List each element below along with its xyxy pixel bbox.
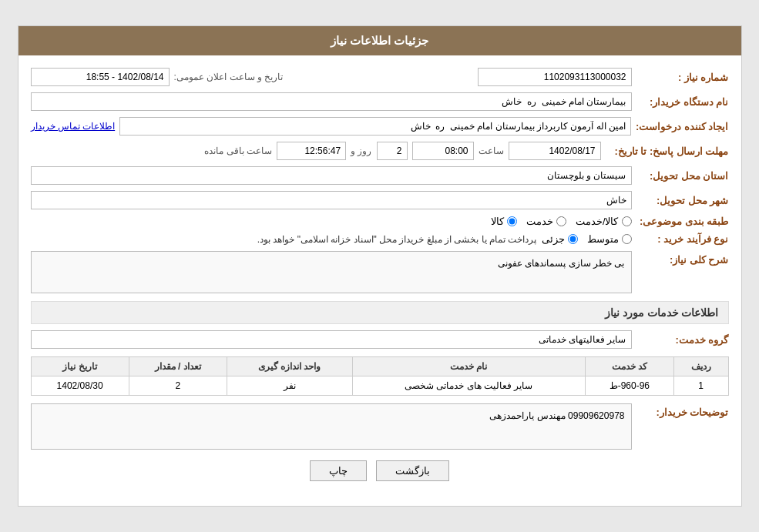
radio-partial[interactable]: جزئی bbox=[542, 233, 578, 245]
buyer-desc-value: 09909620978 مهندس یاراحمدزهی bbox=[489, 410, 624, 421]
table-row: 1960-96-طسایر فعالیت های خدماتی شخصینفر2… bbox=[31, 376, 728, 396]
footer-buttons: بازگشت چاپ bbox=[31, 460, 729, 494]
city-input bbox=[31, 191, 632, 209]
need-desc-label: شرح کلی نیاز: bbox=[636, 251, 729, 266]
row-need-number: شماره نیاز : تاریخ و ساعت اعلان عمومی: bbox=[31, 68, 729, 86]
row-creator: ایجاد کننده درخواست: اطلاعات تماس خریدار bbox=[31, 117, 729, 136]
process-description: پرداخت تمام یا بخشی از مبلغ خریداز محل "… bbox=[31, 234, 537, 245]
creator-label: ایجاد کننده درخواست: bbox=[636, 121, 729, 132]
radio-goods[interactable]: کالا bbox=[491, 216, 517, 227]
table-cell-quantity: 2 bbox=[129, 376, 227, 396]
services-section-header: اطلاعات خدمات مورد نیاز bbox=[31, 301, 729, 324]
creator-input bbox=[119, 117, 631, 136]
col-measure: واحد اندازه گیری bbox=[227, 357, 352, 376]
row-province: استان محل تحویل: bbox=[31, 166, 729, 185]
radio-goods-service-label: کالا/خدمت bbox=[576, 216, 619, 227]
need-number-input bbox=[478, 68, 632, 86]
city-label: شهر محل تحویل: bbox=[636, 195, 729, 206]
services-table: ردیف کد خدمت نام خدمت واحد اندازه گیری ت… bbox=[31, 356, 729, 396]
print-button[interactable]: چاپ bbox=[310, 460, 367, 481]
services-section-label: اطلاعات خدمات مورد نیاز bbox=[605, 306, 719, 319]
province-label: استان محل تحویل: bbox=[636, 170, 729, 182]
table-cell-date: 1402/08/30 bbox=[31, 376, 129, 396]
send-remaining-input bbox=[277, 142, 346, 160]
radio-goods-input[interactable] bbox=[507, 216, 517, 226]
table-cell-row: 1 bbox=[673, 376, 728, 396]
radio-service[interactable]: خدمت bbox=[526, 216, 566, 227]
col-quantity: تعداد / مقدار bbox=[129, 357, 227, 376]
process-radio-group: متوسط جزئی bbox=[542, 233, 632, 245]
main-container: جزئیات اطلاعات نیاز شماره نیاز : تاریخ و… bbox=[18, 25, 742, 507]
radio-medium-label: متوسط bbox=[587, 233, 619, 245]
need-desc-value: بی خطر سازی پسماندهای عفونی bbox=[498, 258, 624, 269]
page-title: جزئیات اطلاعات نیاز bbox=[331, 34, 428, 47]
col-date: تاریخ نیاز bbox=[31, 357, 129, 376]
radio-service-input[interactable] bbox=[556, 216, 566, 226]
service-group-label: گروه خدمت: bbox=[636, 334, 729, 346]
send-days-input bbox=[377, 142, 408, 160]
need-desc-box: بی خطر سازی پسماندهای عفونی bbox=[31, 251, 632, 293]
col-row: ردیف bbox=[673, 357, 728, 376]
row-service-group: گروه خدمت: bbox=[31, 330, 729, 349]
announce-label: تاریخ و ساعت اعلان عمومی: bbox=[174, 72, 284, 82]
row-process: نوع فرآیند خرید : متوسط جزئی پرداخت تمام… bbox=[31, 233, 729, 245]
announce-input bbox=[31, 68, 170, 86]
col-code: کد خدمت bbox=[586, 357, 673, 376]
send-date-input bbox=[509, 142, 601, 160]
category-label: طبقه بندی موضوعی: bbox=[636, 216, 729, 227]
buyer-name-label: نام دستگاه خریدار: bbox=[636, 96, 729, 108]
process-label: نوع فرآیند خرید : bbox=[636, 233, 729, 245]
radio-goods-label: کالا bbox=[491, 216, 504, 227]
row-need-desc: شرح کلی نیاز: بی خطر سازی پسماندهای عفون… bbox=[31, 251, 729, 293]
row-send-deadline: مهلت ارسال پاسخ: تا تاریخ: ساعت روز و سا… bbox=[31, 142, 729, 160]
services-table-section: ردیف کد خدمت نام خدمت واحد اندازه گیری ت… bbox=[31, 356, 729, 396]
back-button[interactable]: بازگشت bbox=[376, 460, 449, 481]
buyer-desc-label: توضیحات خریدار: bbox=[636, 403, 729, 418]
send-remaining-label: ساعت باقی مانده bbox=[204, 146, 272, 156]
radio-goods-service-input[interactable] bbox=[622, 216, 632, 226]
radio-medium[interactable]: متوسط bbox=[587, 233, 632, 245]
radio-service-label: خدمت bbox=[526, 216, 553, 227]
buyer-name-input bbox=[31, 92, 632, 111]
table-cell-name: سایر فعالیت های خدماتی شخصی bbox=[352, 376, 586, 396]
province-input bbox=[31, 166, 632, 185]
row-buyer-desc: توضیحات خریدار: 09909620978 مهندس یاراحم… bbox=[31, 403, 729, 450]
table-cell-code: 960-96-ط bbox=[586, 376, 673, 396]
category-radio-group: کالا/خدمت خدمت کالا bbox=[491, 216, 632, 227]
send-time-label: ساعت bbox=[479, 146, 504, 156]
buyer-desc-box: 09909620978 مهندس یاراحمدزهی bbox=[31, 403, 632, 450]
contact-info-link[interactable]: اطلاعات تماس خریدار bbox=[31, 121, 116, 132]
send-deadline-label: مهلت ارسال پاسخ: تا تاریخ: bbox=[606, 146, 729, 157]
page-header: جزئیات اطلاعات نیاز bbox=[18, 26, 741, 55]
service-group-input bbox=[31, 330, 632, 349]
content-area: شماره نیاز : تاریخ و ساعت اعلان عمومی: ن… bbox=[18, 55, 741, 506]
radio-goods-service[interactable]: کالا/خدمت bbox=[576, 216, 632, 227]
send-days-label: روز و bbox=[351, 146, 371, 156]
row-category: طبقه بندی موضوعی: کالا/خدمت خدمت کالا bbox=[31, 216, 729, 227]
row-city: شهر محل تحویل: bbox=[31, 191, 729, 209]
row-buyer-name: نام دستگاه خریدار: bbox=[31, 92, 729, 111]
need-number-label: شماره نیاز : bbox=[636, 72, 729, 83]
col-name: نام خدمت bbox=[352, 357, 586, 376]
radio-partial-input[interactable] bbox=[568, 234, 578, 244]
table-cell-measure: نفر bbox=[227, 376, 352, 396]
radio-medium-input[interactable] bbox=[622, 234, 632, 244]
radio-partial-label: جزئی bbox=[542, 233, 565, 245]
send-time-input bbox=[412, 142, 474, 160]
